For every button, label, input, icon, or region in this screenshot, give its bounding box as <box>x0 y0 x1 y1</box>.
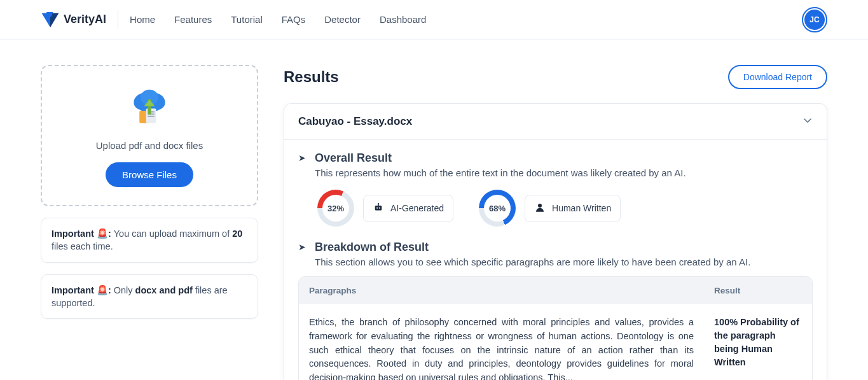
svg-rect-9 <box>375 206 382 211</box>
section-head: ➤ Overall Result This represents how muc… <box>298 151 813 178</box>
overall-title: Overall Result <box>315 151 686 165</box>
info-card-max-files: Important 🚨: You can upload maximum of 2… <box>41 218 258 263</box>
breakdown-body: Paragraphs Result Ethics, the branch of … <box>284 267 827 380</box>
browse-files-button[interactable]: Browse Files <box>106 162 193 187</box>
info-prefix: Important 🚨: <box>52 285 114 295</box>
info-strong: 20 <box>232 229 242 239</box>
donut-ai: 32% <box>317 190 354 227</box>
nav-link-features[interactable]: Features <box>174 14 212 25</box>
col-header-paragraphs: Paragraphs <box>299 277 704 304</box>
paragraph-cell: Ethics, the branch of philosophy concern… <box>299 304 704 380</box>
upload-card[interactable]: Upload pdf and docx files Browse Files <box>41 65 258 206</box>
user-initials: JC <box>804 10 825 30</box>
nav-left: VerityAI Home Features Tutorial FAQs Det… <box>41 10 426 29</box>
file-header[interactable]: Cabuyao - Essay.docx <box>284 104 827 140</box>
logo-icon <box>41 10 60 29</box>
brand-logo[interactable]: VerityAI <box>41 10 118 29</box>
cloud-upload-icon <box>127 84 172 129</box>
result-card: Cabuyao - Essay.docx ➤ Overall Result Th… <box>284 103 827 380</box>
results-title: Results <box>284 68 339 86</box>
svg-point-14 <box>538 204 542 208</box>
svg-rect-8 <box>148 116 155 117</box>
info-text-before: Only <box>114 285 135 295</box>
donut-human: 68% <box>479 190 516 227</box>
nav-link-dashboard[interactable]: Dashboard <box>380 14 426 25</box>
chip-human-written: Human Written <box>525 195 621 222</box>
breakdown-table: Paragraphs Result Ethics, the branch of … <box>298 276 813 380</box>
overall-desc: This represents how much of the entire t… <box>315 167 686 178</box>
download-report-button[interactable]: Download Report <box>728 65 827 89</box>
chip-ai-generated: AI-Generated <box>363 195 453 222</box>
breakdown-desc: This section allows you to see which spe… <box>315 257 750 267</box>
nav-link-home[interactable]: Home <box>130 14 155 25</box>
ai-percentage: 32% <box>322 195 349 222</box>
info-text-after: files each time. <box>52 241 113 251</box>
metric-human: 68% Human Written <box>479 190 621 227</box>
upload-caption: Upload pdf and docx files <box>96 140 203 151</box>
right-column: Results Download Report Cabuyao - Essay.… <box>284 65 827 380</box>
svg-point-11 <box>379 207 380 208</box>
nav-link-tutorial[interactable]: Tutorial <box>231 14 262 25</box>
info-text-before: You can upload maximum of <box>114 229 232 239</box>
page-body: Upload pdf and docx files Browse Files I… <box>0 39 868 380</box>
human-percentage: 68% <box>484 195 511 222</box>
navbar: VerityAI Home Features Tutorial FAQs Det… <box>0 0 868 39</box>
brand-name: VerityAI <box>64 13 106 26</box>
table-row: Ethics, the branch of philosophy concern… <box>299 304 812 380</box>
human-label: Human Written <box>552 203 611 213</box>
file-name: Cabuyao - Essay.docx <box>298 115 412 128</box>
nav-link-faqs[interactable]: FAQs <box>282 14 306 25</box>
user-avatar[interactable]: JC <box>802 7 827 32</box>
info-card-file-types: Important 🚨: Only docx and pdf files are… <box>41 274 258 320</box>
section-bullet-icon: ➤ <box>298 153 306 162</box>
overall-result-section: ➤ Overall Result This represents how muc… <box>284 140 827 229</box>
breakdown-section: ➤ Breakdown of Result This section allow… <box>284 229 827 267</box>
breakdown-head-row: Paragraphs Result <box>299 277 812 304</box>
result-cell: 100% Probability of the paragraph being … <box>704 304 812 380</box>
metrics-row: 32% AI-Generated 68% <box>298 178 813 229</box>
metric-ai: 32% AI-Generated <box>317 190 453 227</box>
svg-point-13 <box>378 202 379 204</box>
nav-link-detector[interactable]: Detector <box>324 14 361 25</box>
nav-links: Home Features Tutorial FAQs Detector Das… <box>130 14 426 25</box>
robot-icon <box>373 202 384 215</box>
svg-point-10 <box>376 207 378 208</box>
breakdown-title: Breakdown of Result <box>315 241 750 254</box>
ai-label: AI-Generated <box>390 203 444 213</box>
person-icon <box>534 202 546 215</box>
section-bullet-icon: ➤ <box>298 243 306 251</box>
chevron-down-icon <box>803 115 813 128</box>
results-header: Results Download Report <box>284 65 827 89</box>
info-strong: docx and pdf <box>135 285 193 295</box>
col-header-result: Result <box>704 277 812 304</box>
info-prefix: Important 🚨: <box>52 229 114 239</box>
left-column: Upload pdf and docx files Browse Files I… <box>41 65 258 319</box>
section-head: ➤ Breakdown of Result This section allow… <box>298 241 813 267</box>
